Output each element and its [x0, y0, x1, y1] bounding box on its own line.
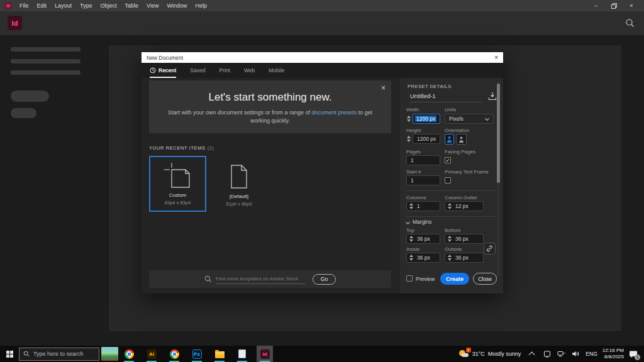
restore-icon[interactable] — [605, 0, 623, 11]
menu-bar: Id File Edit Layout Type Object Table Vi… — [0, 0, 644, 11]
chrome-icon-2[interactable] — [166, 346, 182, 362]
temperature[interactable]: 31°C — [472, 351, 485, 357]
column-gutter-input[interactable]: 12 px — [445, 201, 484, 211]
pages-input[interactable]: 1 — [406, 155, 440, 165]
taskbar-clock[interactable]: 12:16 PM 8/8/2025 — [602, 348, 624, 360]
menu-type[interactable]: Type — [80, 3, 92, 9]
recent-items-heading-text: YOUR RECENT ITEMS — [149, 145, 206, 151]
start-number-input[interactable]: 1 — [406, 175, 440, 185]
taskbar: Type here to search Ai Ps Id 2 31°C Most… — [0, 346, 644, 362]
link-margins-icon[interactable] — [484, 243, 496, 255]
column-gutter-stepper[interactable] — [447, 203, 453, 209]
menu-layout[interactable]: Layout — [55, 3, 72, 9]
recent-item-default[interactable]: [Default] 51p0 x 66p0 — [214, 156, 264, 212]
photoshop-icon[interactable]: Ps — [189, 346, 205, 362]
height-input[interactable]: 1200 px — [413, 134, 440, 144]
scrollbar-thumb[interactable] — [497, 84, 500, 183]
tab-mobile[interactable]: Mobile — [269, 63, 284, 78]
tab-print[interactable]: Print — [219, 63, 230, 78]
close-button[interactable]: Close — [473, 273, 497, 285]
chevron-down-icon — [485, 116, 489, 120]
tab-web[interactable]: Web — [244, 63, 255, 78]
margin-inside-value: 36 px — [417, 255, 430, 261]
minimize-icon[interactable]: – — [587, 0, 605, 11]
start-number-value: 1 — [411, 177, 414, 184]
primary-text-frame-label: Primary Text Frame — [445, 169, 489, 175]
indesign-titlebar-icon: Id — [5, 3, 11, 9]
dialog-title-bar: New Document × — [142, 52, 503, 63]
margin-inside-stepper[interactable] — [408, 255, 414, 261]
margin-top-stepper[interactable] — [408, 236, 414, 242]
margin-outside-input[interactable]: 36 px — [445, 253, 484, 263]
margin-bottom-stepper[interactable] — [447, 236, 453, 242]
margin-outside-stepper[interactable] — [447, 255, 453, 261]
margin-bottom-input[interactable]: 36 px — [445, 234, 484, 244]
width-input[interactable]: 1200 px — [413, 114, 440, 124]
document-presets-link[interactable]: document presets — [312, 109, 357, 116]
notes-app-icon[interactable] — [234, 346, 250, 362]
orientation-portrait-icon[interactable] — [445, 134, 454, 145]
pages-value: 1 — [411, 157, 414, 163]
tab-saved[interactable]: Saved — [190, 63, 205, 78]
start-button[interactable] — [0, 346, 19, 362]
illustrator-icon[interactable]: Ai — [143, 346, 160, 362]
language-indicator[interactable]: ENG — [586, 351, 597, 357]
menu-table[interactable]: Table — [125, 3, 139, 9]
go-button[interactable]: Go — [313, 274, 336, 285]
recent-items-heading: YOUR RECENT ITEMS(2) — [149, 145, 214, 151]
units-value: Pixels — [449, 116, 464, 122]
news-interests-icon[interactable] — [101, 347, 118, 361]
units-dropdown[interactable]: Pixels — [445, 114, 494, 124]
pages-label: Pages — [406, 149, 421, 155]
tablet-mode-icon[interactable] — [543, 350, 551, 358]
recent-item-custom[interactable]: Custom 83p4 x 83p4 — [149, 156, 206, 212]
chrome-icon[interactable] — [121, 346, 137, 362]
preview-checkbox[interactable] — [406, 275, 413, 282]
weather-condition[interactable]: Mostly sunny — [488, 351, 521, 357]
document-name-field[interactable]: Untitled-1 — [410, 92, 482, 102]
hero-subtext: Start with your own document settings or… — [167, 109, 374, 125]
preset-panel-scrollbar[interactable] — [497, 82, 500, 277]
search-icon[interactable] — [625, 18, 635, 28]
menu-edit[interactable]: Edit — [37, 3, 47, 9]
width-stepper[interactable] — [406, 114, 412, 124]
hero-heading: Let's start something new. — [149, 91, 391, 104]
indesign-taskbar-icon[interactable]: Id — [257, 346, 273, 362]
margin-top-input[interactable]: 36 px — [406, 234, 440, 244]
close-icon[interactable]: × — [623, 0, 640, 11]
orientation-landscape-icon[interactable] — [456, 134, 467, 145]
menu-view[interactable]: View — [147, 3, 158, 9]
margin-inside-input[interactable]: 36 px — [406, 253, 440, 263]
notification-center-icon[interactable]: 1 — [629, 350, 638, 358]
volume-icon[interactable] — [572, 350, 580, 358]
tray-expand-icon[interactable] — [529, 352, 535, 358]
menu-window[interactable]: Window — [167, 3, 187, 9]
margins-section-header[interactable]: Margins — [406, 219, 431, 225]
facing-pages-checkbox[interactable]: ✓ — [445, 157, 451, 163]
column-gutter-label: Column Gutter — [445, 195, 477, 200]
primary-text-frame-checkbox[interactable] — [445, 177, 451, 184]
units-label: Units — [445, 107, 456, 112]
save-preset-icon[interactable] — [488, 92, 497, 103]
menu-help[interactable]: Help — [195, 3, 207, 9]
create-button[interactable]: Create — [440, 273, 469, 285]
tab-recent[interactable]: Recent — [150, 63, 176, 78]
columns-input[interactable]: 1 — [406, 201, 440, 211]
margins-expand-icon — [406, 219, 410, 224]
taskbar-search-placeholder: Type here to search — [33, 351, 84, 357]
weather-icon[interactable]: 2 — [459, 349, 469, 358]
windows-logo-icon — [6, 351, 13, 358]
hero-close-icon[interactable]: × — [381, 84, 386, 92]
menu-file[interactable]: File — [19, 3, 29, 9]
network-icon[interactable] — [557, 350, 565, 358]
columns-stepper[interactable] — [408, 203, 414, 209]
stock-search-input[interactable]: Find more templates on Adobe Stock — [216, 275, 305, 284]
file-explorer-icon[interactable] — [211, 346, 228, 362]
width-value: 1200 px — [415, 116, 436, 122]
recent-item-name: Custom — [169, 192, 187, 198]
taskbar-search-box[interactable]: Type here to search — [19, 348, 99, 361]
menu-object[interactable]: Object — [101, 3, 117, 9]
height-stepper[interactable] — [406, 134, 412, 144]
time: 12:16 PM — [602, 348, 624, 354]
dialog-close-icon[interactable]: × — [494, 55, 498, 61]
